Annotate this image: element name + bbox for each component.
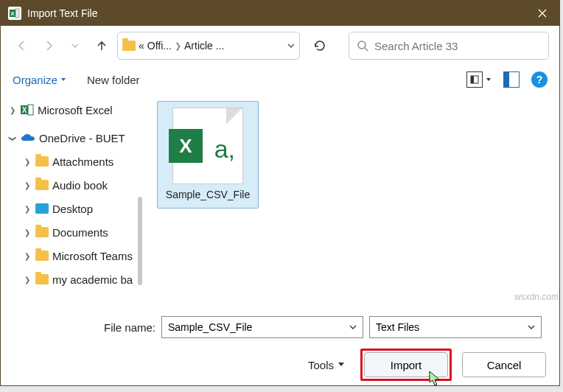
- collapse-icon[interactable]: ❯: [9, 133, 17, 142]
- chevron-down-icon[interactable]: [349, 323, 357, 331]
- csv-hint-icon: a,: [214, 135, 235, 164]
- import-button[interactable]: Import: [364, 352, 448, 377]
- breadcrumb-prefix: «: [139, 40, 144, 52]
- tree-item[interactable]: ❯Microsoft Teams: [8, 244, 141, 267]
- tree-item[interactable]: ❯Audio book: [8, 173, 141, 197]
- svg-text:X: X: [22, 106, 27, 114]
- highlight-annotation: Import: [360, 349, 452, 381]
- expand-icon[interactable]: ❯: [23, 181, 32, 189]
- view-menu[interactable]: [466, 71, 492, 88]
- breadcrumb-seg1[interactable]: Offi...: [147, 40, 172, 52]
- breadcrumb-seg2[interactable]: Article ...: [184, 40, 224, 52]
- file-item-selected[interactable]: X a, Sample_CSV_File: [157, 101, 259, 209]
- svg-text:X: X: [10, 10, 15, 17]
- tree-label: Microsoft Teams: [52, 250, 133, 262]
- filename-value: Sample_CSV_File: [168, 321, 252, 333]
- up-button[interactable]: [91, 35, 113, 57]
- watermark: wsxdn.com: [514, 292, 559, 302]
- chevron-down-icon[interactable]: [528, 323, 535, 331]
- excel-app-icon: X: [8, 7, 21, 20]
- svg-point-3: [358, 41, 366, 49]
- breadcrumb-dropdown[interactable]: [287, 40, 295, 52]
- expand-icon[interactable]: ❯: [23, 228, 32, 237]
- excel-icon: X: [21, 103, 34, 116]
- folder-icon: [35, 180, 49, 190]
- expand-icon[interactable]: ❯: [8, 106, 17, 114]
- footer: File name: Sample_CSV_File Text Files To…: [1, 307, 559, 390]
- chevron-down-icon: [486, 77, 492, 83]
- file-list[interactable]: X a, Sample_CSV_File: [142, 94, 559, 307]
- expand-icon[interactable]: ❯: [23, 276, 32, 284]
- chevron-down-icon: [338, 362, 344, 368]
- tree-item[interactable]: ❯Documents: [8, 220, 141, 244]
- onedrive-icon: [21, 133, 35, 143]
- preview-pane-button[interactable]: [503, 71, 520, 88]
- refresh-button[interactable]: [307, 33, 332, 58]
- new-folder-button[interactable]: New folder: [87, 74, 140, 86]
- folder-icon: [122, 41, 136, 51]
- recent-dropdown[interactable]: [64, 35, 86, 57]
- tree-item[interactable]: ❯Desktop: [8, 197, 141, 220]
- desktop-icon: [35, 203, 49, 214]
- nav-tree: ❯ X Microsoft Excel ❯ OneDrive - BUET ❯A…: [1, 94, 142, 307]
- import-dialog: X Import Text File « Offi... ❯ Article .…: [0, 0, 560, 386]
- view-icon: [466, 71, 483, 88]
- tree-item-excel[interactable]: ❯ X Microsoft Excel: [8, 98, 141, 122]
- svg-rect-2: [15, 9, 19, 18]
- excel-badge-icon: X: [169, 129, 203, 163]
- close-button[interactable]: [525, 1, 559, 26]
- dialog-title: Import Text File: [27, 7, 97, 19]
- tree-item[interactable]: ❯Attachments: [8, 150, 141, 173]
- search-box[interactable]: [349, 32, 549, 60]
- svg-rect-5: [471, 76, 474, 83]
- folder-icon: [35, 227, 49, 237]
- chevron-down-icon: [60, 77, 66, 83]
- folder-icon: [35, 274, 49, 284]
- body-area: ❯ X Microsoft Excel ❯ OneDrive - BUET ❯A…: [1, 94, 559, 307]
- filename-combobox[interactable]: Sample_CSV_File: [161, 316, 363, 338]
- breadcrumb[interactable]: « Offi... ❯ Article ...: [117, 32, 300, 60]
- tree-label: Desktop: [52, 203, 93, 215]
- tree-label: my academic ba: [52, 273, 133, 286]
- tree-label: OneDrive - BUET: [39, 132, 125, 144]
- file-name-label: Sample_CSV_File: [166, 189, 250, 200]
- tree-label: Documents: [52, 226, 108, 239]
- titlebar: X Import Text File: [1, 1, 559, 26]
- organize-label: Organize: [13, 74, 57, 86]
- filter-value: Text Files: [376, 321, 419, 333]
- chevron-right-icon: ❯: [175, 41, 181, 51]
- tree-label: Audio book: [52, 179, 108, 192]
- svg-rect-8: [28, 105, 33, 115]
- expand-icon[interactable]: ❯: [23, 252, 32, 260]
- tree-item-onedrive[interactable]: ❯ OneDrive - BUET: [8, 126, 141, 150]
- filename-label: File name:: [1, 321, 155, 334]
- search-input[interactable]: [374, 40, 541, 52]
- file-thumbnail: X a,: [172, 108, 243, 184]
- folder-icon: [35, 156, 49, 167]
- search-icon: [357, 40, 368, 52]
- expand-icon[interactable]: ❯: [23, 205, 32, 213]
- nav-row: « Offi... ❯ Article ...: [1, 26, 559, 66]
- tree-label: Attachments: [52, 155, 113, 168]
- tools-label: Tools: [308, 359, 334, 371]
- folder-icon: [35, 251, 49, 261]
- organize-menu[interactable]: Organize: [13, 74, 66, 86]
- cancel-button[interactable]: Cancel: [462, 352, 546, 377]
- tree-label: Microsoft Excel: [38, 104, 113, 116]
- back-button[interactable]: [11, 35, 33, 57]
- expand-icon[interactable]: ❯: [23, 158, 32, 166]
- help-button[interactable]: ?: [531, 71, 548, 88]
- tools-menu[interactable]: Tools: [308, 359, 344, 371]
- filetype-filter[interactable]: Text Files: [369, 316, 542, 338]
- forward-button[interactable]: [38, 35, 60, 57]
- tree-item[interactable]: ❯my academic ba: [8, 267, 141, 291]
- toolbar: Organize New folder ?: [1, 66, 559, 94]
